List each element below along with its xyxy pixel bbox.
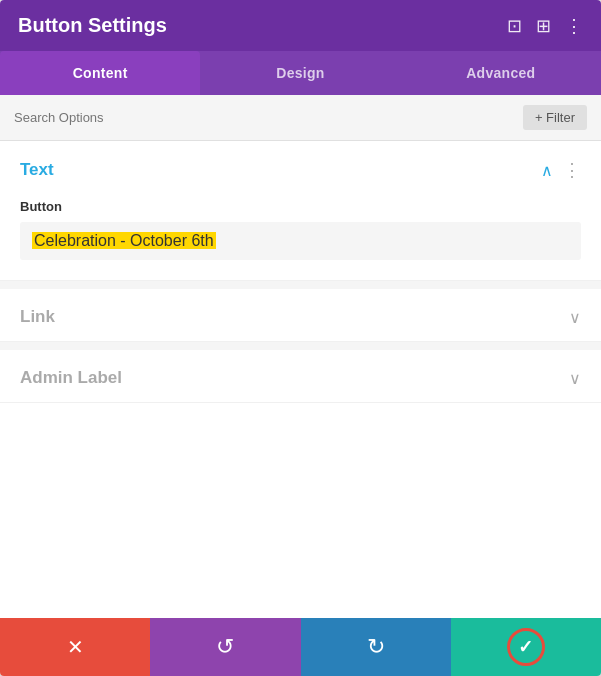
- button-text-highlighted: Celebration - October 6th: [32, 232, 216, 249]
- redo-button[interactable]: ↻: [301, 618, 451, 676]
- section-text-header[interactable]: Text ∧ ⋮: [0, 141, 601, 195]
- tab-advanced[interactable]: Advanced: [401, 51, 601, 95]
- section-link-header[interactable]: Link ∨: [0, 289, 601, 341]
- section-text: Text ∧ ⋮ Button Celebration - October 6t…: [0, 141, 601, 281]
- undo-button[interactable]: ↺: [150, 618, 300, 676]
- button-text-field[interactable]: Celebration - October 6th: [20, 222, 581, 260]
- filter-button[interactable]: + Filter: [523, 105, 587, 130]
- header: Button Settings ⊡ ⊞ ⋮: [0, 0, 601, 51]
- tab-content[interactable]: Content: [0, 51, 200, 95]
- save-button[interactable]: ✓: [451, 618, 601, 676]
- panel: Button Settings ⊡ ⊞ ⋮ Content Design Adv…: [0, 0, 601, 676]
- chevron-down-link-icon[interactable]: ∨: [569, 308, 581, 327]
- chevron-up-icon[interactable]: ∧: [541, 161, 553, 180]
- section-link-title: Link: [20, 307, 55, 327]
- section-text-title: Text: [20, 160, 54, 180]
- save-ring: ✓: [507, 628, 545, 666]
- undo-icon: ↺: [216, 634, 234, 660]
- tabs-bar: Content Design Advanced: [0, 51, 601, 95]
- chevron-down-admin-icon[interactable]: ∨: [569, 369, 581, 388]
- panel-title: Button Settings: [18, 14, 167, 37]
- more-icon[interactable]: ⋮: [565, 15, 583, 37]
- section-admin-label: Admin Label ∨: [0, 350, 601, 403]
- cancel-icon: ✕: [67, 635, 84, 659]
- section-link: Link ∨: [0, 289, 601, 342]
- divider-2: [0, 342, 601, 350]
- frame-icon[interactable]: ⊡: [507, 15, 522, 37]
- section-text-controls: ∧ ⋮: [541, 159, 581, 181]
- redo-icon: ↻: [367, 634, 385, 660]
- header-icons: ⊡ ⊞ ⋮: [507, 15, 583, 37]
- section-admin-header[interactable]: Admin Label ∨: [0, 350, 601, 402]
- cancel-button[interactable]: ✕: [0, 618, 150, 676]
- search-bar: + Filter: [0, 95, 601, 141]
- search-input[interactable]: [14, 110, 523, 125]
- section-text-dots-icon[interactable]: ⋮: [563, 159, 581, 181]
- button-field-label: Button: [20, 199, 581, 214]
- split-icon[interactable]: ⊞: [536, 15, 551, 37]
- save-icon: ✓: [518, 636, 533, 658]
- footer: ✕ ↺ ↻ ✓: [0, 618, 601, 676]
- section-admin-title: Admin Label: [20, 368, 122, 388]
- divider-1: [0, 281, 601, 289]
- main-content: Text ∧ ⋮ Button Celebration - October 6t…: [0, 141, 601, 618]
- section-text-body: Button Celebration - October 6th: [0, 195, 601, 280]
- section-admin-controls: ∨: [569, 369, 581, 388]
- section-link-controls: ∨: [569, 308, 581, 327]
- tab-design[interactable]: Design: [200, 51, 400, 95]
